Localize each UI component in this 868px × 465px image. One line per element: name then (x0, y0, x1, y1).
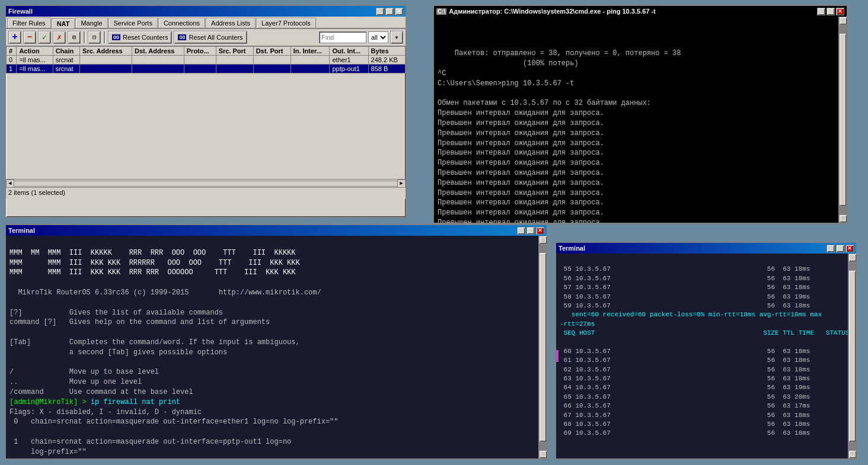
terminal-help: .. Move up one level (9, 378, 142, 386)
maximize-button[interactable]: □ (385, 8, 394, 15)
cmd-maximize-button[interactable]: □ (826, 8, 835, 15)
toolbar-separator2 (104, 31, 105, 43)
scroll-thumb[interactable] (539, 252, 547, 442)
terminal-blank (9, 299, 14, 307)
terminal2-close-button[interactable]: ✕ (845, 245, 854, 252)
terminal-help: [Tab] Completes the command/word. If the… (9, 338, 300, 347)
t2-row: 57 10.3.5.67 56 63 18ms (560, 284, 810, 291)
scroll-up-arrow[interactable]: ▲ (848, 254, 856, 262)
cell-chain: srcnat (53, 56, 79, 65)
reset-all-counters-button[interactable]: 00 Reset All Counters (174, 31, 247, 44)
terminal-close-button[interactable]: ✕ (536, 227, 544, 235)
cell-action: =ll mas... (17, 56, 53, 65)
cell-out: ether1 (330, 56, 368, 65)
firewall-title: Firewall (8, 8, 33, 15)
cmd-close-button[interactable]: ✕ (836, 8, 844, 15)
cmd-minimize-button[interactable]: _ (817, 8, 825, 15)
t2-row: 67 10.3.5.67 56 63 18ms (560, 412, 810, 419)
t2-row: 61 10.3.5.67 56 63 18ms (560, 357, 810, 364)
cell-sport (216, 65, 253, 73)
tab-nat[interactable]: NAT (52, 18, 75, 28)
terminal-maximize-button[interactable]: □ (526, 227, 535, 235)
close-button[interactable]: ✕ (395, 8, 403, 15)
minimize-button[interactable]: _ (376, 8, 384, 15)
tab-address-lists[interactable]: Address Lists (206, 18, 256, 28)
scroll-left-button[interactable]: ◄ (6, 179, 14, 188)
terminal-blank (9, 428, 14, 436)
col-chain: Chain (53, 47, 79, 56)
scroll-thumb[interactable] (839, 33, 847, 206)
scroll-down-arrow[interactable]: ▼ (848, 450, 856, 458)
search-dropdown-button[interactable]: ▼ (390, 31, 403, 44)
scroll-down-arrow[interactable]: ▼ (539, 450, 547, 458)
cmd-line: Превышен интервал ожидания для запроса. (438, 179, 604, 187)
col-bytes: Bytes (368, 47, 405, 56)
firewall-status-bar: 2 items (1 selected) (6, 187, 406, 199)
t2-row: 68 10.3.5.67 56 63 18ms (560, 421, 810, 428)
scroll-up-arrow[interactable]: ▲ (539, 236, 547, 244)
col-in-iface: In. Inter... (291, 47, 330, 56)
cell-id: 1 (7, 65, 17, 73)
reset-counters-button[interactable]: 00 Reset Counters (108, 31, 172, 44)
status-text: 2 items (1 selected) (8, 189, 65, 196)
tab-mangle[interactable]: Mangle (75, 18, 107, 28)
firewall-table-container[interactable]: # Action Chain Src. Address Dst. Address… (6, 46, 406, 179)
terminal-scrollbar[interactable]: ▲ ▼ (538, 236, 547, 458)
remove-rule-button[interactable]: − (23, 31, 36, 44)
cmd-line: Превышен интервал ожидания для запроса. (438, 169, 604, 177)
cmd-line: Пакетов: отправлено = 38, получено = 0, … (438, 49, 681, 57)
terminal2-maximize-button[interactable]: □ (836, 245, 844, 252)
cmd-line: C:\Users\Semen>ping 10.3.5.67 -t (438, 79, 574, 88)
terminal2-marker (556, 350, 559, 362)
add-rule-button[interactable]: + (8, 31, 21, 44)
cell-id: 0 (7, 56, 17, 65)
terminal-blank (9, 278, 14, 287)
col-src-port: Src. Port (216, 47, 253, 56)
table-header-row: # Action Chain Src. Address Dst. Address… (7, 47, 406, 56)
edit-rule-button[interactable]: ✓ (38, 31, 51, 44)
horizontal-scrollbar[interactable]: ◄ ► (6, 179, 406, 187)
filter-button[interactable]: ⊟ (88, 31, 101, 44)
reset-all-label: Reset All Counters (189, 34, 242, 41)
terminal2-scrollbar[interactable]: ▲ ▼ (848, 254, 856, 458)
table-row[interactable]: 1 =ll mas... srcnat pptp-out1 858 B (7, 65, 406, 73)
terminal-content: MMM MM MMM III KKKKK RRR RRR OOO OOO TTT… (9, 238, 543, 456)
scroll-thumb[interactable] (848, 270, 856, 442)
tab-layer7[interactable]: Layer7 Protocols (256, 18, 316, 28)
t2-row: 65 10.3.5.67 56 63 20ms (560, 393, 810, 400)
tab-connections[interactable]: Connections (158, 18, 205, 28)
table-row[interactable]: 0 =ll mas... srcnat ether1 248.2 KB (7, 56, 406, 65)
firewall-window: Firewall _ □ ✕ Filter Rules NAT Mangle S… (5, 5, 407, 218)
t2-header: SEQ HOST SIZE TTL TIME STATUS (560, 329, 849, 336)
terminal-cmd-line: [admin@MikroTik] > ip firewall nat print (9, 398, 180, 406)
tab-filter-rules[interactable]: Filter Rules (7, 18, 51, 28)
scroll-down-arrow[interactable]: ▼ (839, 214, 847, 223)
cell-sport (216, 56, 253, 65)
terminal2-body: 55 10.3.5.67 56 63 18ms 56 10.3.5.67 56 … (556, 254, 856, 458)
search-filter-select[interactable]: all (368, 31, 388, 43)
scroll-up-arrow[interactable]: ▲ (839, 17, 847, 25)
cell-dst (132, 65, 184, 73)
terminal-banner-line: MMM MMM III KKK KKK RRRRRR OOO OOO TTT I… (9, 259, 300, 267)
copy-rule-button[interactable]: ⊞ (68, 31, 81, 44)
cell-bytes: 248.2 KB (368, 56, 405, 65)
terminal2-minimize-button[interactable]: _ (826, 245, 835, 252)
cmd-window: C:\ Администратор: C:\Windows\system32\c… (433, 5, 848, 224)
scroll-right-button[interactable]: ► (397, 179, 406, 188)
disable-rule-button[interactable]: ✗ (53, 31, 66, 44)
terminal-version: MikroTik RouterOS 6.33rc36 (c) 1999-2015… (9, 288, 321, 297)
cmd-line: Превышен интервал ожидания для запроса. (438, 119, 604, 127)
terminal-help: / Move up to base level (9, 368, 159, 376)
cmd-line: Превышен интервал ожидания для запроса. (438, 139, 604, 147)
cell-dst (132, 56, 184, 65)
tab-service-ports[interactable]: Service Ports (108, 18, 158, 28)
oo-badge1: 00 (112, 34, 120, 40)
cmd-scrollbar[interactable]: ▲ ▼ (838, 17, 847, 223)
terminal-help: /command Use command at the base level (9, 388, 193, 396)
firewall-content: Filter Rules NAT Mangle Service Ports Co… (6, 17, 406, 217)
terminal-blank (9, 358, 14, 367)
terminal-title-text: Terminal (8, 227, 35, 234)
terminal-minimize-button[interactable]: _ (517, 227, 525, 235)
terminal-banner-line: MMM MMM III KKK KKK RRR RRR OOOOOO TTT I… (9, 268, 295, 277)
search-input[interactable] (319, 31, 366, 43)
